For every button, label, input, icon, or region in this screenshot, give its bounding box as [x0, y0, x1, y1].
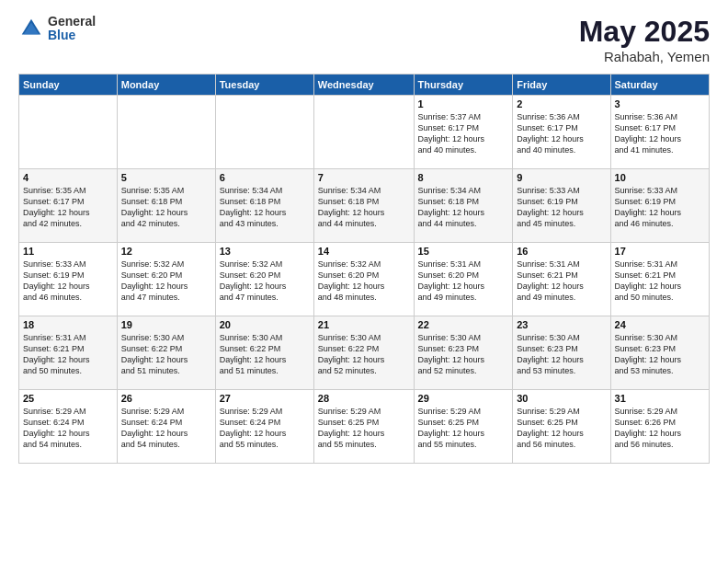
table-row: 26Sunrise: 5:29 AM Sunset: 6:24 PM Dayli… — [117, 390, 215, 464]
day-info: Sunrise: 5:30 AM Sunset: 6:23 PM Dayligh… — [615, 332, 705, 377]
day-number: 19 — [121, 319, 211, 330]
calendar-week-1: 1Sunrise: 5:37 AM Sunset: 6:17 PM Daylig… — [19, 96, 710, 169]
table-row: 15Sunrise: 5:31 AM Sunset: 6:20 PM Dayli… — [414, 243, 513, 316]
day-info: Sunrise: 5:33 AM Sunset: 6:19 PM Dayligh… — [615, 185, 705, 230]
header-monday: Monday — [117, 75, 215, 96]
day-info: Sunrise: 5:36 AM Sunset: 6:17 PM Dayligh… — [517, 111, 606, 156]
title-block: May 2025 Rahabah, Yemen — [579, 15, 710, 64]
day-info: Sunrise: 5:30 AM Sunset: 6:23 PM Dayligh… — [517, 332, 606, 377]
day-number: 28 — [318, 393, 410, 404]
day-number: 7 — [318, 172, 410, 183]
header-wednesday: Wednesday — [313, 75, 414, 96]
table-row: 6Sunrise: 5:34 AM Sunset: 6:18 PM Daylig… — [215, 169, 313, 243]
table-row: 2Sunrise: 5:36 AM Sunset: 6:17 PM Daylig… — [513, 96, 610, 169]
day-number: 8 — [418, 172, 509, 183]
logo: General Blue — [18, 15, 96, 43]
header-saturday: Saturday — [610, 75, 709, 96]
table-row: 17Sunrise: 5:31 AM Sunset: 6:21 PM Dayli… — [610, 243, 709, 316]
calendar-header-row: Sunday Monday Tuesday Wednesday Thursday… — [19, 75, 710, 96]
day-number: 1 — [418, 98, 509, 109]
calendar-week-2: 4Sunrise: 5:35 AM Sunset: 6:17 PM Daylig… — [19, 169, 710, 243]
table-row: 14Sunrise: 5:32 AM Sunset: 6:20 PM Dayli… — [313, 243, 414, 316]
table-row: 27Sunrise: 5:29 AM Sunset: 6:24 PM Dayli… — [215, 390, 313, 464]
day-info: Sunrise: 5:31 AM Sunset: 6:21 PM Dayligh… — [517, 259, 606, 304]
table-row: 25Sunrise: 5:29 AM Sunset: 6:24 PM Dayli… — [19, 390, 118, 464]
day-number: 16 — [517, 246, 606, 257]
day-info: Sunrise: 5:29 AM Sunset: 6:25 PM Dayligh… — [318, 406, 410, 451]
day-number: 15 — [418, 246, 509, 257]
table-row: 24Sunrise: 5:30 AM Sunset: 6:23 PM Dayli… — [610, 316, 709, 390]
logo-icon — [18, 16, 44, 41]
day-info: Sunrise: 5:33 AM Sunset: 6:19 PM Dayligh… — [23, 259, 113, 304]
day-info: Sunrise: 5:32 AM Sunset: 6:20 PM Dayligh… — [121, 259, 211, 304]
table-row: 3Sunrise: 5:36 AM Sunset: 6:17 PM Daylig… — [610, 96, 709, 169]
day-info: Sunrise: 5:29 AM Sunset: 6:24 PM Dayligh… — [220, 406, 310, 451]
day-info: Sunrise: 5:30 AM Sunset: 6:22 PM Dayligh… — [220, 332, 310, 377]
table-row: 22Sunrise: 5:30 AM Sunset: 6:23 PM Dayli… — [414, 316, 513, 390]
calendar-location: Rahabah, Yemen — [579, 49, 710, 64]
table-row: 10Sunrise: 5:33 AM Sunset: 6:19 PM Dayli… — [610, 169, 709, 243]
logo-blue-label: Blue — [48, 29, 96, 42]
day-number: 22 — [418, 319, 509, 330]
day-info: Sunrise: 5:29 AM Sunset: 6:26 PM Dayligh… — [615, 406, 705, 451]
calendar-week-5: 25Sunrise: 5:29 AM Sunset: 6:24 PM Dayli… — [19, 390, 710, 464]
day-number: 11 — [23, 246, 113, 257]
table-row: 12Sunrise: 5:32 AM Sunset: 6:20 PM Dayli… — [117, 243, 215, 316]
day-number: 10 — [615, 172, 705, 183]
day-info: Sunrise: 5:35 AM Sunset: 6:18 PM Dayligh… — [121, 185, 211, 230]
table-row: 7Sunrise: 5:34 AM Sunset: 6:18 PM Daylig… — [313, 169, 414, 243]
table-row — [117, 96, 215, 169]
day-number: 31 — [615, 393, 705, 404]
day-number: 3 — [615, 98, 705, 109]
table-row: 16Sunrise: 5:31 AM Sunset: 6:21 PM Dayli… — [513, 243, 610, 316]
day-info: Sunrise: 5:30 AM Sunset: 6:23 PM Dayligh… — [418, 332, 509, 377]
day-number: 9 — [517, 172, 606, 183]
day-number: 20 — [220, 319, 310, 330]
day-info: Sunrise: 5:35 AM Sunset: 6:17 PM Dayligh… — [23, 185, 113, 230]
day-info: Sunrise: 5:33 AM Sunset: 6:19 PM Dayligh… — [517, 185, 606, 230]
day-number: 18 — [23, 319, 113, 330]
day-info: Sunrise: 5:34 AM Sunset: 6:18 PM Dayligh… — [220, 185, 310, 230]
header-thursday: Thursday — [414, 75, 513, 96]
table-row: 5Sunrise: 5:35 AM Sunset: 6:18 PM Daylig… — [117, 169, 215, 243]
day-number: 27 — [220, 393, 310, 404]
header-friday: Friday — [513, 75, 610, 96]
day-info: Sunrise: 5:29 AM Sunset: 6:25 PM Dayligh… — [418, 406, 509, 451]
table-row — [215, 96, 313, 169]
day-info: Sunrise: 5:30 AM Sunset: 6:22 PM Dayligh… — [121, 332, 211, 377]
table-row: 31Sunrise: 5:29 AM Sunset: 6:26 PM Dayli… — [610, 390, 709, 464]
day-number: 17 — [615, 246, 705, 257]
day-info: Sunrise: 5:31 AM Sunset: 6:21 PM Dayligh… — [615, 259, 705, 304]
day-info: Sunrise: 5:31 AM Sunset: 6:21 PM Dayligh… — [23, 332, 113, 377]
day-number: 29 — [418, 393, 509, 404]
header-sunday: Sunday — [19, 75, 118, 96]
day-info: Sunrise: 5:32 AM Sunset: 6:20 PM Dayligh… — [318, 259, 410, 304]
table-row: 1Sunrise: 5:37 AM Sunset: 6:17 PM Daylig… — [414, 96, 513, 169]
table-row — [313, 96, 414, 169]
day-number: 13 — [220, 246, 310, 257]
table-row: 9Sunrise: 5:33 AM Sunset: 6:19 PM Daylig… — [513, 169, 610, 243]
table-row: 29Sunrise: 5:29 AM Sunset: 6:25 PM Dayli… — [414, 390, 513, 464]
day-number: 21 — [318, 319, 410, 330]
table-row: 21Sunrise: 5:30 AM Sunset: 6:22 PM Dayli… — [313, 316, 414, 390]
table-row: 4Sunrise: 5:35 AM Sunset: 6:17 PM Daylig… — [19, 169, 118, 243]
header: General Blue May 2025 Rahabah, Yemen — [18, 15, 710, 64]
day-info: Sunrise: 5:34 AM Sunset: 6:18 PM Dayligh… — [418, 185, 509, 230]
logo-text: General Blue — [48, 15, 96, 43]
table-row: 18Sunrise: 5:31 AM Sunset: 6:21 PM Dayli… — [19, 316, 118, 390]
table-row: 23Sunrise: 5:30 AM Sunset: 6:23 PM Dayli… — [513, 316, 610, 390]
calendar-week-3: 11Sunrise: 5:33 AM Sunset: 6:19 PM Dayli… — [19, 243, 710, 316]
day-info: Sunrise: 5:32 AM Sunset: 6:20 PM Dayligh… — [220, 259, 310, 304]
day-info: Sunrise: 5:34 AM Sunset: 6:18 PM Dayligh… — [318, 185, 410, 230]
table-row: 19Sunrise: 5:30 AM Sunset: 6:22 PM Dayli… — [117, 316, 215, 390]
day-info: Sunrise: 5:37 AM Sunset: 6:17 PM Dayligh… — [418, 111, 509, 156]
header-tuesday: Tuesday — [215, 75, 313, 96]
table-row: 8Sunrise: 5:34 AM Sunset: 6:18 PM Daylig… — [414, 169, 513, 243]
day-info: Sunrise: 5:29 AM Sunset: 6:24 PM Dayligh… — [23, 406, 113, 451]
table-row: 30Sunrise: 5:29 AM Sunset: 6:25 PM Dayli… — [513, 390, 610, 464]
day-number: 25 — [23, 393, 113, 404]
logo-general-label: General — [48, 15, 96, 29]
day-number: 12 — [121, 246, 211, 257]
page: General Blue May 2025 Rahabah, Yemen Sun… — [0, 0, 728, 563]
day-info: Sunrise: 5:29 AM Sunset: 6:24 PM Dayligh… — [121, 406, 211, 451]
